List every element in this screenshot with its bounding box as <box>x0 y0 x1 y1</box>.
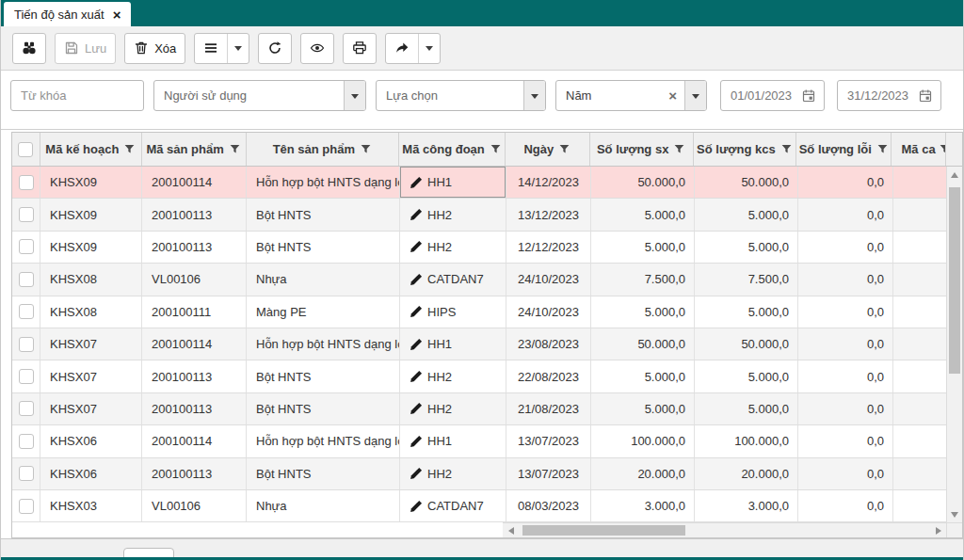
filter-icon[interactable] <box>229 143 241 155</box>
table-row[interactable]: KHSX09200100113Bột HNTSHH213/12/20235.00… <box>12 199 962 231</box>
selection-combobox-arrow[interactable] <box>523 81 545 110</box>
vertical-scrollbar[interactable] <box>946 167 962 522</box>
cell-ma_ke_hoach[interactable]: KHSX06 <box>40 458 142 489</box>
cell-so_luong_sx[interactable]: 5.000,0 <box>591 360 695 392</box>
cell-so_luong_sx[interactable]: 100.000,0 <box>591 425 695 456</box>
cell-so_luong_loi[interactable]: 0,0 <box>798 328 893 360</box>
user-combobox[interactable]: Người sử dụng <box>153 80 366 111</box>
refresh-button[interactable] <box>258 33 292 64</box>
row-checkbox[interactable] <box>19 499 34 514</box>
period-combobox[interactable]: Năm × <box>555 80 707 111</box>
cell-ma_ke_hoach[interactable]: KHSX07 <box>40 328 142 360</box>
cell-ten_san_pham[interactable]: Bột HNTS <box>247 393 400 424</box>
table-row[interactable]: KHSX06200100113Bột HNTSHH213/07/202320.0… <box>12 458 962 490</box>
column-header-ngay[interactable]: Ngày <box>506 133 590 166</box>
table-row[interactable]: KHSX07200100113Bột HNTSHH222/08/20235.00… <box>12 360 962 392</box>
row-checkbox[interactable] <box>19 369 34 384</box>
cell-ngay[interactable]: 08/03/2023 <box>506 490 591 521</box>
column-header-so_luong_kcs[interactable]: Số lượng kcs <box>694 133 797 166</box>
horizontal-scrollbar[interactable] <box>503 522 946 537</box>
filter-icon[interactable] <box>876 143 889 155</box>
cell-ma_ca[interactable] <box>893 393 948 424</box>
cell-ma_cong_doan[interactable]: CATDAN7 <box>400 490 506 521</box>
cell-ten_san_pham[interactable]: Hỗn hợp bột HNTS dạng lỏng <box>247 328 400 360</box>
cell-ma_ca[interactable] <box>893 490 948 521</box>
period-combobox-arrow[interactable] <box>684 81 706 110</box>
cell-so_luong_kcs[interactable]: 5.000,0 <box>695 393 798 424</box>
cell-so_luong_sx[interactable]: 5.000,0 <box>591 199 695 230</box>
save-button[interactable]: Lưu <box>55 33 116 64</box>
cell-ma_cong_doan[interactable]: HIPS <box>400 296 506 328</box>
cell-so_luong_kcs[interactable]: 5.000,0 <box>695 296 798 328</box>
clear-icon[interactable]: × <box>661 81 684 110</box>
cell-ma_san_pham[interactable]: 200100113 <box>142 360 247 392</box>
cell-ma_ke_hoach[interactable]: KHSX09 <box>40 232 142 263</box>
select-all-checkbox[interactable] <box>18 142 33 157</box>
column-header-so_luong_loi[interactable]: Số lượng lỗi <box>796 133 892 166</box>
cell-ten_san_pham[interactable]: Hỗn hợp bột HNTS dạng lỏng <box>247 425 400 456</box>
cell-so_luong_sx[interactable]: 20.000,0 <box>591 458 695 489</box>
cell-ngay[interactable]: 13/07/2023 <box>506 458 591 489</box>
cell-ma_ke_hoach[interactable]: KHSX07 <box>40 360 142 392</box>
print-button[interactable] <box>343 33 377 64</box>
tab-tien-do-san-xuat[interactable]: Tiến độ sản xuất × <box>4 2 131 26</box>
cell-ngay[interactable]: 24/10/2023 <box>506 264 591 295</box>
row-checkbox[interactable] <box>19 207 34 222</box>
delete-button[interactable]: Xóa <box>124 33 185 64</box>
column-header-ma_ke_hoach[interactable]: Mã kế hoạch <box>40 133 142 166</box>
filter-icon[interactable] <box>123 143 136 155</box>
table-row[interactable]: KHSX07200100113Bột HNTSHH221/08/20235.00… <box>12 393 962 425</box>
cell-ma_ca[interactable] <box>893 425 948 456</box>
cell-so_luong_kcs[interactable]: 7.500,0 <box>695 264 798 295</box>
calendar-icon[interactable] <box>918 88 933 104</box>
forward-button[interactable] <box>386 34 418 63</box>
scroll-left-button[interactable] <box>503 523 518 538</box>
pager-button-partial[interactable] <box>123 548 174 557</box>
cell-ma_ca[interactable] <box>893 296 948 328</box>
vertical-scrollbar-thumb[interactable] <box>949 187 960 374</box>
cell-ten_san_pham[interactable]: Màng PE <box>247 296 400 328</box>
search-button[interactable] <box>12 33 46 64</box>
cell-so_luong_kcs[interactable]: 50.000,0 <box>695 167 798 198</box>
cell-ma_ke_hoach[interactable]: KHSX09 <box>40 199 142 230</box>
row-checkbox[interactable] <box>19 239 34 254</box>
cell-ngay[interactable]: 21/08/2023 <box>506 393 591 424</box>
cell-ma_cong_doan[interactable]: HH1 <box>400 328 506 360</box>
cell-ma_san_pham[interactable]: 200100114 <box>142 425 247 456</box>
selection-combobox[interactable]: Lựa chọn <box>376 80 546 111</box>
filter-icon[interactable] <box>780 143 793 155</box>
cell-so_luong_loi[interactable]: 0,0 <box>798 425 893 456</box>
cell-ten_san_pham[interactable]: Bột HNTS <box>247 232 400 263</box>
cell-ma_cong_doan[interactable]: HH2 <box>400 232 506 263</box>
table-row[interactable]: KHSX08200100111Màng PEHIPS24/10/20235.00… <box>12 296 962 328</box>
column-header-ma_ca[interactable]: Mã ca <box>892 133 946 166</box>
filter-icon[interactable] <box>360 143 372 155</box>
horizontal-scrollbar-thumb[interactable] <box>522 525 685 536</box>
cell-so_luong_loi[interactable]: 0,0 <box>798 232 893 263</box>
cell-ten_san_pham[interactable]: Hỗn hợp bột HNTS dạng lỏng <box>247 167 400 198</box>
table-row[interactable]: KHSX03VL00106NhựaCATDAN708/03/20233.000,… <box>12 490 962 522</box>
cell-ma_san_pham[interactable]: 200100113 <box>142 393 247 424</box>
cell-ten_san_pham[interactable]: Bột HNTS <box>247 199 400 230</box>
cell-ma_cong_doan[interactable]: HH2 <box>400 458 506 489</box>
date-to-input[interactable] <box>845 81 914 110</box>
cell-so_luong_kcs[interactable]: 5.000,0 <box>695 360 798 392</box>
cell-ngay[interactable]: 13/07/2023 <box>506 425 591 456</box>
cell-ma_ke_hoach[interactable]: KHSX07 <box>40 393 142 424</box>
cell-ma_san_pham[interactable]: 200100113 <box>142 458 247 489</box>
cell-so_luong_kcs[interactable]: 3.000,0 <box>695 490 798 521</box>
calendar-icon[interactable] <box>801 88 816 104</box>
cell-so_luong_kcs[interactable]: 20.000,0 <box>695 458 798 489</box>
cell-ngay[interactable]: 24/10/2023 <box>506 296 591 328</box>
table-row[interactable]: KHSX06200100114Hỗn hợp bột HNTS dạng lỏn… <box>12 425 962 457</box>
filter-icon[interactable] <box>673 143 685 155</box>
row-checkbox[interactable] <box>19 337 34 352</box>
cell-so_luong_sx[interactable]: 50.000,0 <box>591 328 695 360</box>
filter-icon[interactable] <box>939 143 946 155</box>
scroll-right-button[interactable] <box>931 523 946 538</box>
menu-button[interactable] <box>195 34 227 63</box>
cell-ma_cong_doan[interactable]: HH1 <box>400 425 506 456</box>
cell-ma_ca[interactable] <box>893 328 948 360</box>
cell-ngay[interactable]: 14/12/2023 <box>506 167 591 198</box>
cell-ngay[interactable]: 23/08/2023 <box>506 328 591 360</box>
